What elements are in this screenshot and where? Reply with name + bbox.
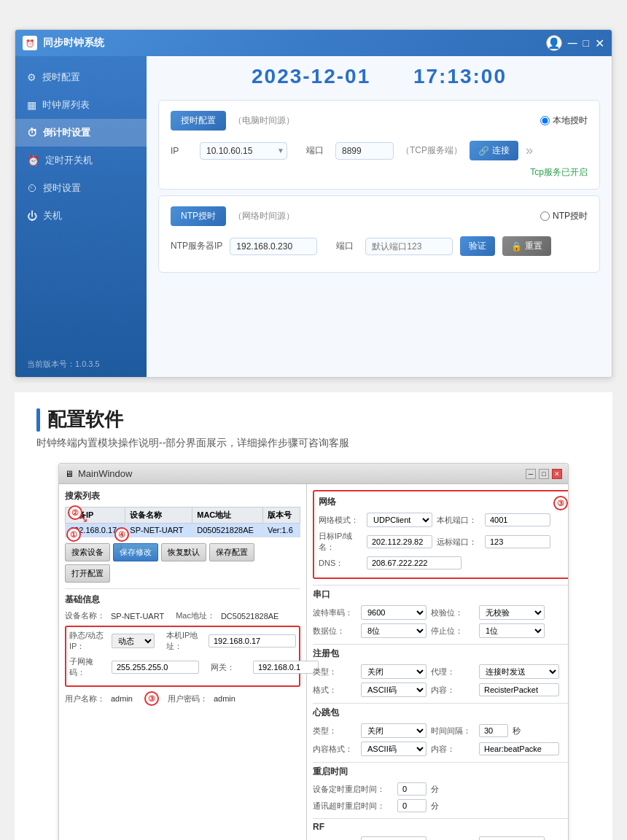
baud-select[interactable]: 9600 [361, 605, 427, 620]
window-controls: 👤 ─ □ ✕ [546, 35, 604, 51]
open-config-button[interactable]: 打开配置 [65, 564, 110, 583]
section-accent [36, 408, 40, 432]
sidebar-item-schedule[interactable]: ⏰ 定时开关机 [15, 147, 147, 174]
rf-section: RF 信道： / 功率等级： 0 广播间隔时间： [313, 818, 569, 840]
data-select[interactable]: 8位 [361, 623, 427, 638]
channel-select[interactable]: / [361, 836, 427, 840]
ip-input[interactable] [200, 142, 287, 160]
day-ip-input[interactable] [367, 535, 432, 548]
sidebar: ⚙ 授时配置 ▦ 时钟屏列表 ⏱ 倒计时设置 ⏰ 定时开关机 ⏲ 授时设置 [15, 56, 147, 377]
local-ip-input[interactable] [209, 634, 296, 648]
ip-mode-row: 静态/动态IP： 动态 本机IP地址： [69, 630, 296, 652]
verify-button[interactable]: 验证 [460, 236, 495, 256]
rf-title: RF [313, 818, 569, 832]
local-port-label: 本机端口： [437, 515, 480, 526]
heart-format-row: 内容格式： ASCII码 内容： [313, 742, 569, 756]
net-mode-label: 网络模式： [319, 515, 362, 526]
check-label: 校验位： [431, 607, 475, 618]
dns-label: DNS： [319, 558, 362, 569]
ip-config-box: 静态/动态IP： 动态 本机IP地址： 子网掩码： 网关： [65, 626, 300, 687]
day-ip-label: 日标IP/域名： [319, 531, 362, 553]
user-icon[interactable]: 👤 [546, 35, 562, 51]
port-input[interactable] [335, 142, 394, 160]
schedule-icon: ⏰ [27, 155, 39, 166]
config-window-controls: ─ □ ✕ [526, 469, 562, 479]
heartbeat-title: 心跳包 [313, 703, 569, 719]
proxy-select[interactable]: 连接时发送 [479, 664, 559, 679]
sidebar-item-clock-list[interactable]: ▦ 时钟屏列表 [15, 91, 147, 119]
gateway-label: 网关： [211, 662, 247, 673]
dns-row: DNS： [319, 556, 550, 569]
dns-input[interactable] [367, 556, 462, 569]
table-row[interactable]: 192.168.0.17 SP-NET-UART D050521828AE Ve… [66, 524, 300, 537]
local-port-input[interactable] [485, 513, 550, 526]
arrow-2: ↘ [79, 513, 88, 524]
config-title-text: MainWindow [78, 468, 526, 479]
user-row: 用户名称： admin ③ 用户密码： admin [65, 691, 300, 706]
connect-button[interactable]: 🔗 连接 [470, 141, 518, 160]
ntp-auth-button[interactable]: NTP授时 [171, 206, 226, 226]
restore-default-button[interactable]: 恢复默认 [161, 543, 206, 561]
sidebar-item-label: 倒计时设置 [43, 126, 90, 139]
day-ip-row: 日标IP/域名： 远标端口： [319, 531, 550, 553]
maximize-button[interactable]: □ [583, 37, 589, 49]
ip-row: IP ▼ 端口 （TCP服务端） 🔗 连接 » [171, 141, 588, 160]
sidebar-item-countdown[interactable]: ⏱ 倒计时设置 [15, 119, 147, 147]
reg-content-input[interactable] [479, 683, 559, 696]
marker-1: ① [66, 527, 81, 542]
sidebar-item-auth-config[interactable]: ⚙ 授时配置 [15, 63, 147, 91]
register-title: 注册包 [313, 644, 569, 660]
interval-input[interactable] [479, 724, 508, 737]
reg-format-label: 格式： [313, 685, 357, 696]
save-config-button[interactable]: 保存配置 [209, 543, 254, 561]
marker-3-inline: ③ [144, 691, 159, 706]
reg-type-select[interactable]: 关闭 [361, 664, 427, 679]
arrow-4: ↓ [119, 542, 123, 552]
register-section: 注册包 类型： 关闭 代理： 连接时发送 格式： [313, 644, 569, 697]
heart-type-select[interactable]: 关闭 [361, 723, 427, 738]
ntp-time-radio[interactable]: NTP授时 [540, 210, 588, 222]
subnet-input[interactable] [112, 661, 199, 674]
ip-mode-select[interactable]: 动态 [112, 634, 155, 648]
date-display: 2023-12-01 [252, 65, 370, 88]
local-time-radio[interactable]: 本地授时 [540, 114, 588, 127]
check-select[interactable]: 无校验 [479, 605, 545, 620]
close-button[interactable]: ✕ [595, 36, 604, 50]
reg-format-select[interactable]: ASCII码 [361, 682, 427, 697]
config-minimize-button[interactable]: ─ [526, 469, 536, 479]
ntp-port-label: 端口 [336, 240, 358, 252]
net-mode-row: 网络模式： UDPClient 本机端口： [319, 513, 550, 527]
pwd-label: 用户密码： [168, 693, 208, 704]
col-header-mac: MAC地址 [192, 508, 263, 524]
sidebar-item-shutdown[interactable]: ⏻ 关机 [15, 202, 147, 230]
user-value: admin [111, 694, 133, 703]
reg-type-label: 类型： [313, 666, 357, 677]
datetime-display: 2023-12-01 17:13:00 [147, 56, 612, 94]
reg-format-row: 格式： ASCII码 内容： [313, 682, 569, 697]
shutdown-icon: ⏻ [27, 210, 37, 222]
minimize-button[interactable]: ─ [568, 36, 577, 51]
ntp-port-input[interactable] [365, 238, 453, 255]
reset2-label: 通讯超时重启时间： [313, 801, 393, 812]
reset-time-title: 重启时间 [313, 762, 569, 778]
sidebar-item-time-set[interactable]: ⏲ 授时设置 [15, 174, 147, 202]
reset1-input[interactable] [397, 782, 427, 796]
heart-format-select[interactable]: ASCII码 [361, 742, 427, 756]
config-close-button[interactable]: ✕ [552, 469, 562, 479]
reset2-input[interactable] [397, 799, 427, 812]
net-mode-select[interactable]: UDPClient [367, 513, 432, 527]
power-select[interactable]: 0 [479, 836, 545, 840]
auth-config-button[interactable]: 授时配置 [171, 111, 226, 131]
stop-select[interactable]: 1位 [479, 623, 545, 638]
reset-button[interactable]: 🔒 重置 [502, 236, 551, 256]
remote-port-input[interactable] [485, 535, 550, 548]
device-name-value: SP-NET-UART [111, 612, 164, 621]
heart-content-input[interactable] [479, 742, 559, 755]
config-maximize-button[interactable]: □ [539, 469, 549, 479]
section-title: 配置软件 [47, 407, 123, 432]
base-info-title: 基础信息 [65, 588, 300, 606]
ntp-server-input[interactable] [230, 238, 317, 255]
reg-type-row: 类型： 关闭 代理： 连接时发送 [313, 664, 569, 679]
mac-label: Mac地址： [176, 610, 215, 621]
search-device-button[interactable]: 搜索设备 [65, 543, 110, 561]
